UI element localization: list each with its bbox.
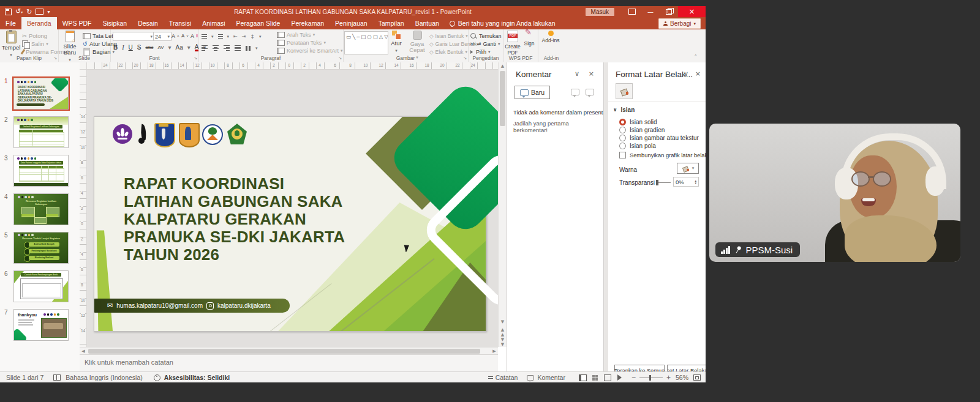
tab-bantuan[interactable]: Bantuan: [410, 17, 445, 29]
sign-in-button[interactable]: Masuk: [586, 8, 614, 16]
thumbnail-slide-1[interactable]: RAPAT KOORDINASI LATIHAN GABUNGAN SAKA K…: [13, 78, 69, 110]
thumbnail-slide-7[interactable]: thankyou: [13, 309, 69, 341]
comments-toggle[interactable]: Komentar: [526, 374, 565, 381]
minimize-button[interactable]: —: [641, 6, 660, 17]
fit-to-window-icon[interactable]: [693, 374, 701, 381]
slide-editor-canvas[interactable]: 2422201816141210864202468101214161820222…: [80, 62, 498, 347]
fill-section-header[interactable]: ∨Isian: [613, 106, 635, 113]
clear-formatting-button[interactable]: A: [190, 32, 198, 40]
tab-animasi[interactable]: Animasi: [197, 17, 230, 29]
hscroll-thumb[interactable]: [88, 349, 480, 354]
find-button[interactable]: Temukan: [470, 32, 502, 40]
vertical-scrollbar[interactable]: ▲ ▼ ▲▲ ▼▼: [498, 62, 507, 347]
tab-tampilan[interactable]: Tampilan: [373, 17, 410, 29]
shape-fill-button[interactable]: ◇Isian Bentuk▾: [429, 32, 468, 40]
scroll-up-icon[interactable]: ▲: [499, 62, 507, 70]
paragraph-dialog-launcher[interactable]: ↘: [338, 56, 342, 61]
language-icon[interactable]: [53, 374, 61, 381]
arrange-button[interactable]: Atur▾: [387, 31, 405, 54]
redo-icon[interactable]: ↻: [26, 9, 32, 15]
shape-glyph[interactable]: ▭: [346, 34, 352, 40]
restore-button[interactable]: [660, 6, 678, 17]
next-slide-button[interactable]: ▼▼: [499, 338, 507, 346]
text-direction-button[interactable]: Arah Teks▾: [277, 31, 315, 39]
transparency-slider[interactable]: [657, 182, 671, 183]
tell-me-box[interactable]: Beri tahu yang ingin Anda lakukan: [445, 17, 560, 29]
scroll-right-icon[interactable]: ▶: [491, 348, 498, 354]
zoom-slider[interactable]: [639, 378, 663, 378]
slider-thumb[interactable]: [656, 180, 658, 185]
sign-button[interactable]: Sign: [522, 31, 537, 47]
copy-button[interactable]: Salin▾: [22, 40, 48, 48]
bullets-icon[interactable]: [202, 34, 207, 39]
normal-view-button[interactable]: [579, 374, 587, 381]
increase-indent-icon[interactable]: ⇥: [242, 34, 246, 39]
thumbnail-slide-5[interactable]: Rencana Tindak Lanjut Kegiatan Analisa B…: [13, 232, 69, 264]
slide-indicator[interactable]: Slide 1 dari 7: [6, 374, 43, 381]
color-picker-button[interactable]: ▾: [677, 163, 699, 174]
shadow-button[interactable]: S: [137, 44, 141, 51]
character-spacing-button[interactable]: AV: [157, 45, 164, 50]
grow-font-button[interactable]: A˄: [172, 32, 179, 40]
fill-solid-option[interactable]: Isian solid: [619, 119, 657, 125]
comments-collapse-icon[interactable]: ∨: [575, 70, 579, 78]
align-center-icon[interactable]: [213, 45, 219, 51]
tab-wps-pdf[interactable]: WPS PDF: [57, 17, 97, 29]
scroll-down-icon[interactable]: ▼: [499, 318, 507, 326]
new-comment-button[interactable]: Baru: [514, 86, 550, 99]
accessibility-status[interactable]: Aksesibilitas: Selidiki: [164, 374, 230, 381]
zoom-out-button[interactable]: −: [631, 373, 636, 382]
numbering-icon[interactable]: [218, 34, 223, 39]
strikethrough-button[interactable]: abc: [145, 45, 153, 50]
fill-pattern-option[interactable]: Isian pola: [619, 143, 656, 149]
tab-peninjauan[interactable]: Peninjauan: [330, 17, 373, 29]
tab-desain[interactable]: Desain: [132, 17, 164, 29]
zoom-level[interactable]: 56%: [676, 374, 688, 381]
start-slideshow-icon[interactable]: [36, 9, 43, 15]
spinner-arrows-icon[interactable]: ▴▾: [695, 179, 696, 184]
line-spacing-icon[interactable]: ↕: [250, 34, 255, 40]
close-button[interactable]: ×: [678, 6, 706, 17]
justify-icon[interactable]: [235, 45, 241, 51]
tab-perekaman[interactable]: Perekaman: [285, 17, 330, 29]
change-case-button[interactable]: Aa: [176, 44, 183, 51]
tab-beranda[interactable]: Beranda: [21, 17, 57, 29]
format-close-icon[interactable]: ×: [695, 70, 701, 78]
tab-transisi[interactable]: Transisi: [164, 17, 197, 29]
shape-glyph[interactable]: ▢: [373, 34, 379, 40]
slideshow-view-button[interactable]: [616, 374, 624, 381]
save-icon[interactable]: [5, 9, 12, 15]
font-dialog-launcher[interactable]: ↘: [194, 56, 197, 61]
slide-title[interactable]: RAPAT KOORDINASI LATIHAN GABUNGAN SAKA K…: [124, 175, 387, 264]
shape-glyph[interactable]: □: [361, 34, 367, 40]
underline-button[interactable]: U: [129, 44, 133, 51]
transparency-spinner[interactable]: 0% ▴▾: [673, 177, 699, 187]
accessibility-icon[interactable]: [154, 374, 160, 381]
shape-glyph[interactable]: ○: [367, 34, 372, 40]
next-comment-icon[interactable]: [586, 89, 594, 95]
fill-tab[interactable]: [616, 83, 633, 99]
bold-button[interactable]: B: [113, 44, 118, 51]
create-pdf-button[interactable]: Create PDF: [504, 31, 521, 56]
slide-sorter-view-button[interactable]: [591, 374, 600, 381]
align-right-icon[interactable]: [224, 45, 230, 51]
thumbnail-slide-3[interactable]: Data Potensi anggota Saka Kalpataru tahu…: [13, 155, 69, 187]
comments-close-icon[interactable]: ×: [589, 70, 594, 78]
addins-button[interactable]: Add-ins: [540, 31, 561, 43]
tab-file[interactable]: File: [0, 17, 21, 29]
shapes-gallery[interactable]: ▭╲─□○▢△▽◇()☆: [344, 31, 388, 54]
font-name-combo[interactable]: ▾: [113, 32, 154, 41]
tab-peragaan-slide[interactable]: Peragaan Slide: [231, 17, 286, 29]
scroll-left-icon[interactable]: ◀: [80, 348, 87, 354]
format-collapse-icon[interactable]: ∨: [684, 70, 688, 78]
font-size-combo[interactable]: 24▾: [153, 32, 172, 41]
notes-area[interactable]: Klik untuk menambah catatan: [80, 354, 498, 371]
replace-button[interactable]: ab⇄Ganti▾: [470, 40, 500, 48]
smartart-button[interactable]: Konversi ke SmartArt▾: [277, 47, 343, 54]
collapse-ribbon-icon[interactable]: ˄: [695, 54, 698, 60]
hide-background-checkbox[interactable]: Sembunyikan grafik latar belakang: [619, 152, 706, 158]
vscroll-thumb[interactable]: [500, 71, 505, 126]
align-text-button[interactable]: Perataan Teks▾: [277, 39, 326, 47]
decrease-indent-icon[interactable]: ⇤: [233, 34, 238, 39]
thumbnail-slide-4[interactable]: Rencana Kegiatan Latihan Gabungan: [13, 193, 69, 225]
